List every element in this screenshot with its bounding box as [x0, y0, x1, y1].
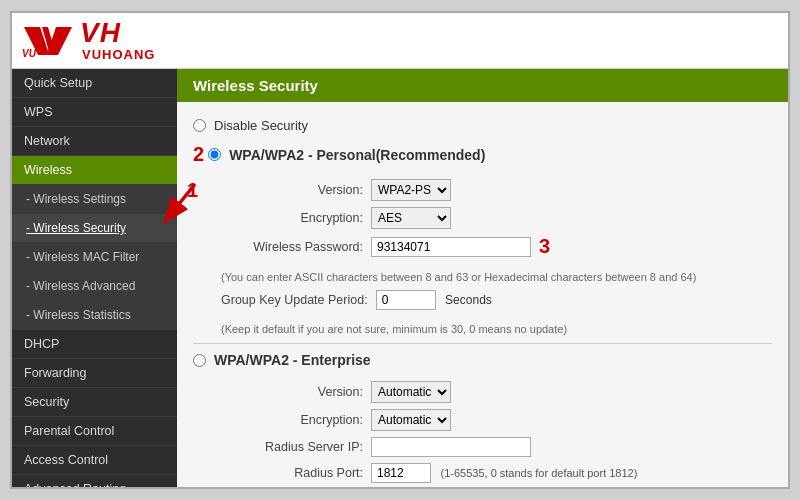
sidebar: Quick Setup WPS Network Wireless - Wirel… — [12, 69, 177, 487]
group-key-form: Group Key Update Period: 0 Seconds — [221, 287, 500, 313]
logo-brand-text: VUHOANG — [82, 47, 155, 62]
disable-security-label: Disable Security — [214, 118, 308, 133]
ent-encryption-row: Encryption: Automatic — [221, 406, 645, 434]
sidebar-item-wireless-mac[interactable]: - Wireless MAC Filter — [12, 243, 177, 272]
radius-port-hint: (1-65535, 0 stands for default port 1812… — [440, 467, 637, 479]
ent-version-select[interactable]: Automatic — [371, 381, 451, 403]
content-title: Wireless Security — [177, 69, 788, 102]
sidebar-item-wps[interactable]: WPS — [12, 98, 177, 127]
disable-security-row: Disable Security — [193, 118, 772, 133]
sidebar-item-parental-control[interactable]: Parental Control — [12, 417, 177, 446]
ent-encryption-select[interactable]: Automatic — [371, 409, 451, 431]
sidebar-item-wireless-settings[interactable]: - Wireless Settings — [12, 185, 177, 214]
sidebar-item-security[interactable]: Security — [12, 388, 177, 417]
wpa-enterprise-form: Version: Automatic Encryption: — [221, 378, 645, 486]
wpa-enterprise-radio[interactable] — [193, 354, 206, 367]
header: VU V H VUHOANG — [12, 13, 788, 69]
sidebar-item-wireless-advanced[interactable]: - Wireless Advanced — [12, 272, 177, 301]
password-input[interactable]: 93134071 — [371, 237, 531, 257]
group-key-row: Group Key Update Period: 0 Seconds — [221, 287, 500, 313]
sidebar-item-wireless-stats[interactable]: - Wireless Statistics — [12, 301, 177, 330]
group-key-unit: Seconds — [445, 293, 492, 307]
wpa-personal-radio[interactable] — [208, 148, 221, 161]
version-label: Version: — [221, 176, 371, 204]
svg-text:VU: VU — [22, 48, 37, 59]
encryption-select[interactable]: AES — [371, 207, 451, 229]
wpa-personal-row: 2 WPA/WPA2 - Personal(Recommended) — [193, 143, 772, 166]
password-row: Wireless Password: 93134071 3 — [221, 232, 558, 261]
radius-port-row: Radius Port: 1812 (1-65535, 0 stands for… — [221, 460, 645, 486]
wpa-enterprise-row: WPA/WPA2 - Enterprise — [193, 352, 772, 368]
group-key-hint: (Keep it default if you are not sure, mi… — [221, 323, 772, 335]
radius-port-input[interactable]: 1812 — [371, 463, 431, 483]
radius-port-label: Radius Port: — [221, 460, 371, 486]
sidebar-item-access-control[interactable]: Access Control — [12, 446, 177, 475]
content-body: Disable Security 2 WPA/WPA2 - Personal(R… — [177, 114, 788, 487]
group-key-label: Group Key Update Period: — [221, 287, 376, 313]
ent-version-row: Version: Automatic — [221, 378, 645, 406]
encryption-label: Encryption: — [221, 204, 371, 232]
radius-ip-label: Radius Server IP: — [221, 434, 371, 460]
sidebar-item-dhcp[interactable]: DHCP — [12, 330, 177, 359]
annotation-2: 2 — [193, 143, 204, 166]
disable-security-radio[interactable] — [193, 119, 206, 132]
logo-v: V — [80, 19, 99, 47]
ent-version-label: Version: — [221, 378, 371, 406]
wpa-personal-label: WPA/WPA2 - Personal(Recommended) — [229, 147, 485, 163]
logo-h: H — [100, 19, 120, 47]
radius-ip-input[interactable] — [371, 437, 531, 457]
sidebar-item-advanced-routing[interactable]: Advanced Routing — [12, 475, 177, 487]
content-area: Wireless Security Disable Security 2 WPA… — [177, 69, 788, 487]
sidebar-item-forwarding[interactable]: Forwarding — [12, 359, 177, 388]
password-hint: (You can enter ASCII characters between … — [221, 271, 772, 283]
logo: VU V H VUHOANG — [22, 19, 155, 62]
group-key-input[interactable]: 0 — [376, 290, 436, 310]
sidebar-item-network[interactable]: Network — [12, 127, 177, 156]
ent-encryption-label: Encryption: — [221, 406, 371, 434]
sidebar-item-wireless-security[interactable]: - Wireless Security — [12, 214, 177, 243]
version-row: Version: WPA2-PSK — [221, 176, 558, 204]
divider — [193, 343, 772, 344]
wpa-personal-form: Version: WPA2-PSK Encryption: — [221, 176, 558, 261]
encryption-row: Encryption: AES — [221, 204, 558, 232]
logo-icon: VU — [22, 23, 74, 59]
wpa-enterprise-label: WPA/WPA2 - Enterprise — [214, 352, 371, 368]
password-label: Wireless Password: — [221, 232, 371, 261]
annotation-3: 3 — [539, 235, 550, 258]
main-layout: Quick Setup WPS Network Wireless - Wirel… — [12, 69, 788, 487]
sidebar-item-quick-setup[interactable]: Quick Setup — [12, 69, 177, 98]
version-select[interactable]: WPA2-PSK — [371, 179, 451, 201]
radius-ip-row: Radius Server IP: — [221, 434, 645, 460]
sidebar-item-wireless[interactable]: Wireless — [12, 156, 177, 185]
